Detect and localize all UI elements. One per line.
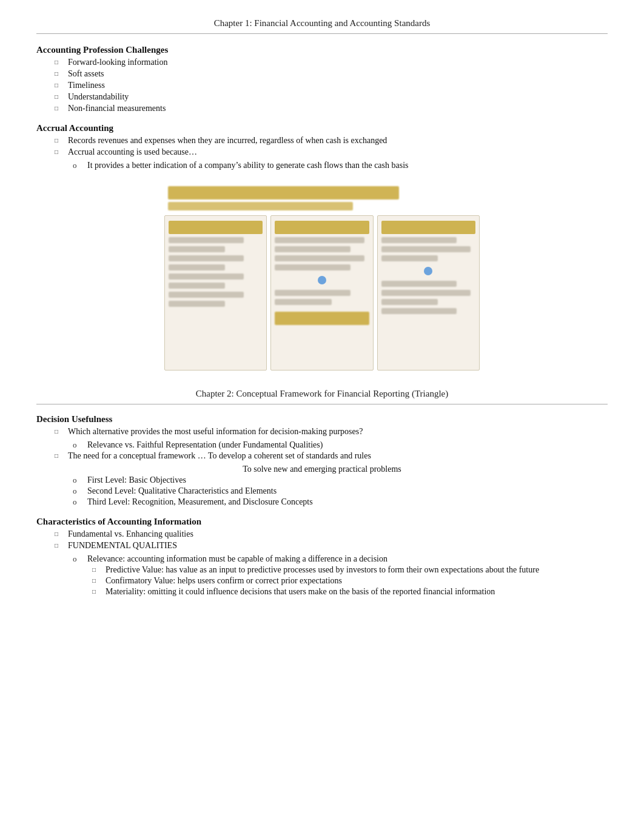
sub-sub-list: □ Predictive Value: has value as an inpu… xyxy=(92,565,608,597)
sub-list-item: o It provides a better indication of a c… xyxy=(73,161,608,170)
blurred-line xyxy=(169,255,244,261)
blurred-line xyxy=(381,281,457,287)
sub-list-item-text: First Level: Basic Objectives xyxy=(87,475,186,485)
chapter2-title: Chapter 2: Conceptual Framework for Fina… xyxy=(196,389,448,398)
accounting-profession-list: □ Forward-looking information □ Soft ass… xyxy=(55,58,608,113)
blurred-subtitle-bar xyxy=(168,202,353,210)
col-header xyxy=(381,221,475,234)
blurred-line xyxy=(275,299,331,305)
sub-list-item-text: Relevance vs. Faithful Representation (u… xyxy=(87,440,323,450)
accounting-profession-title: Accounting Profession Challenges xyxy=(36,45,608,55)
bullet-icon: □ xyxy=(92,577,103,584)
col-header xyxy=(275,221,369,234)
bullet-icon: □ xyxy=(55,542,65,549)
bullet-icon: □ xyxy=(92,566,103,573)
bullet-icon: □ xyxy=(92,588,103,595)
list-item-text: Non-financial measurements xyxy=(68,104,166,113)
decision-list-2: □ The need for a conceptual framework … … xyxy=(55,451,608,461)
list-item: □ Non-financial measurements xyxy=(55,104,608,113)
sub-sub-item-text: Confirmatory Value: helps users confirm … xyxy=(106,576,342,586)
blurred-line xyxy=(275,246,350,252)
chapter2-header: Chapter 2: Conceptual Framework for Fina… xyxy=(36,384,608,404)
list-item-text: Soft assets xyxy=(68,69,104,79)
blurred-line xyxy=(381,308,457,314)
o-marker: o xyxy=(73,161,87,170)
list-item: □ Fundamental vs. Enhancing qualities xyxy=(55,529,608,539)
accrual-section: Accrual Accounting □ Records revenues an… xyxy=(36,123,608,170)
o-marker: o xyxy=(73,554,87,564)
o-marker: o xyxy=(73,497,87,507)
blurred-dot xyxy=(318,276,326,284)
blurred-line xyxy=(381,255,438,261)
chapter1-title: Chapter 1: Financial Accounting and Acco… xyxy=(214,18,431,28)
bullet-icon: □ xyxy=(55,137,65,144)
blurred-line xyxy=(381,237,457,243)
blurred-diagram xyxy=(158,181,486,375)
characteristics-list: □ Fundamental vs. Enhancing qualities □ … xyxy=(55,529,608,551)
bullet-icon: □ xyxy=(55,59,65,65)
bullet-icon: □ xyxy=(55,428,65,435)
blurred-dot xyxy=(424,267,432,275)
blurred-col-2 xyxy=(270,215,373,371)
blurred-line xyxy=(169,283,225,289)
accrual-list: □ Records revenues and expenses when the… xyxy=(55,136,608,157)
decision-usefulness-title: Decision Usefulness xyxy=(36,414,608,424)
sub-list-item-text: Relevance: accounting information must b… xyxy=(87,554,387,564)
blurred-line xyxy=(275,264,350,270)
blurred-title-bar xyxy=(168,186,399,200)
sub-sub-list-item: □ Confirmatory Value: helps users confir… xyxy=(92,576,608,586)
bullet-icon: □ xyxy=(55,93,65,100)
sub-sub-item-text: Materiality: omitting it could influence… xyxy=(106,587,495,597)
characteristics-title: Characteristics of Accounting Informatio… xyxy=(36,517,608,527)
blurred-line xyxy=(275,290,350,296)
decision-usefulness-section: Decision Usefulness □ Which alternative … xyxy=(36,414,608,507)
list-item: □ Records revenues and expenses when the… xyxy=(55,136,608,146)
accrual-title: Accrual Accounting xyxy=(36,123,608,133)
list-item: □ Accrual accounting is used because… xyxy=(55,147,608,157)
o-marker: o xyxy=(73,486,87,496)
list-item-text: Records revenues and expenses when they … xyxy=(68,136,387,146)
sub-sub-item-text: Predictive Value: has value as an input … xyxy=(106,565,539,575)
list-item-text: Forward-looking information xyxy=(68,58,167,67)
blurred-line xyxy=(381,290,471,296)
chapter1-header: Chapter 1: Financial Accounting and Acco… xyxy=(36,18,608,34)
list-item: □ Soft assets xyxy=(55,69,608,79)
bullet-icon: □ xyxy=(55,149,65,155)
blurred-bottom-btn xyxy=(275,312,369,325)
blurred-line xyxy=(381,299,438,305)
bullet-icon: □ xyxy=(55,82,65,89)
list-item-text: Timeliness xyxy=(68,81,105,90)
sub-list-item: o Second Level: Qualitative Characterist… xyxy=(73,486,608,496)
list-item-text: Which alternative provides the most usef… xyxy=(68,427,363,437)
accounting-profession-section: Accounting Profession Challenges □ Forwa… xyxy=(36,45,608,113)
blurred-line xyxy=(169,246,225,252)
fundamental-sub-list: o Relevance: accounting information must… xyxy=(73,554,608,564)
o-marker: o xyxy=(73,475,87,485)
blurred-col-3 xyxy=(377,215,480,371)
list-item: □ Which alternative provides the most us… xyxy=(55,427,608,437)
decision-sub-list-1: o Relevance vs. Faithful Representation … xyxy=(73,440,608,450)
blurred-line xyxy=(169,301,225,307)
page: Chapter 1: Financial Accounting and Acco… xyxy=(0,0,644,835)
bullet-icon: □ xyxy=(55,70,65,77)
list-item: □ Understandability xyxy=(55,92,608,102)
col-header xyxy=(169,221,263,234)
list-item-text: Understandability xyxy=(68,92,129,102)
sub-list-item-text: It provides a better indication of a com… xyxy=(87,161,409,170)
sub-sub-list-item: □ Predictive Value: has value as an inpu… xyxy=(92,565,608,575)
blurred-line xyxy=(169,273,244,280)
list-item: □ The need for a conceptual framework … … xyxy=(55,451,608,461)
blurred-img-inner xyxy=(158,181,486,375)
o-marker: o xyxy=(73,440,87,450)
list-item-text: The need for a conceptual framework … To… xyxy=(68,451,371,461)
blurred-cols xyxy=(158,210,486,375)
accrual-sub-list: o It provides a better indication of a c… xyxy=(73,161,608,170)
decision-sub-list-2: o First Level: Basic Objectives o Second… xyxy=(73,475,608,507)
sub-list-item: o Relevance: accounting information must… xyxy=(73,554,608,564)
bullet-icon: □ xyxy=(55,452,65,459)
blurred-title-area xyxy=(158,181,486,210)
decision-center-text: To solve new and emerging practical prob… xyxy=(36,464,608,474)
sub-list-item: o Third Level: Recognition, Measurement,… xyxy=(73,497,608,507)
sub-sub-list-item: □ Materiality: omitting it could influen… xyxy=(92,587,608,597)
blurred-line xyxy=(275,237,364,243)
